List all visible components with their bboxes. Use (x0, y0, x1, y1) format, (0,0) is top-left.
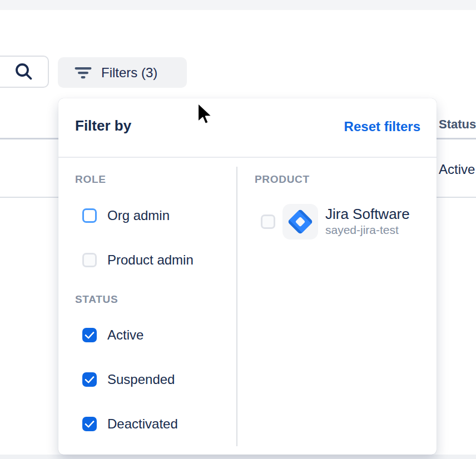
checkbox-product-admin[interactable] (82, 253, 97, 267)
panel-column-divider (236, 167, 237, 446)
panel-header-divider (58, 157, 437, 158)
filter-option-label: Org admin (107, 208, 170, 223)
search-icon (14, 62, 34, 82)
checkbox-org-admin[interactable] (82, 208, 97, 223)
page-top-band (0, 0, 476, 10)
search-input[interactable] (0, 56, 49, 88)
checkbox-active[interactable] (82, 328, 97, 342)
filters-button-label: Filters (3) (101, 65, 157, 81)
filter-option-suspended[interactable]: Suspended (82, 372, 175, 387)
filter-option-jira-software[interactable]: Jira Software sayed-jira-test (261, 204, 410, 240)
table-column-status: Status (439, 117, 476, 132)
filter-popup: Filter by Reset filters ROLE Org admin P… (58, 98, 437, 455)
status-section-label: STATUS (75, 293, 118, 306)
filter-option-label: Suspended (107, 372, 175, 387)
filter-option-org-admin[interactable]: Org admin (82, 208, 170, 223)
product-info: Jira Software sayed-jira-test (325, 204, 410, 237)
product-section-label: PRODUCT (255, 173, 310, 186)
filter-option-label: Deactivated (107, 416, 178, 432)
product-name: Jira Software (325, 206, 410, 223)
page-bottom-band (0, 455, 476, 459)
filter-option-deactivated[interactable]: Deactivated (82, 416, 178, 432)
filters-button[interactable]: Filters (3) (58, 57, 187, 88)
filter-popup-title: Filter by (75, 117, 131, 134)
filter-option-product-admin[interactable]: Product admin (82, 252, 194, 268)
product-instance-name: sayed-jira-test (325, 223, 410, 237)
checkbox-jira-software[interactable] (261, 214, 275, 229)
filter-icon (75, 66, 92, 79)
reset-filters-link[interactable]: Reset filters (344, 119, 420, 134)
jira-software-icon (282, 204, 318, 240)
filter-option-label: Product admin (107, 252, 194, 268)
checkbox-deactivated[interactable] (82, 417, 97, 431)
filter-option-active[interactable]: Active (82, 327, 143, 343)
role-section-label: ROLE (75, 173, 106, 186)
filter-option-label: Active (107, 327, 143, 343)
checkbox-suspended[interactable] (82, 372, 97, 387)
table-cell-status-active: Active (439, 162, 475, 177)
